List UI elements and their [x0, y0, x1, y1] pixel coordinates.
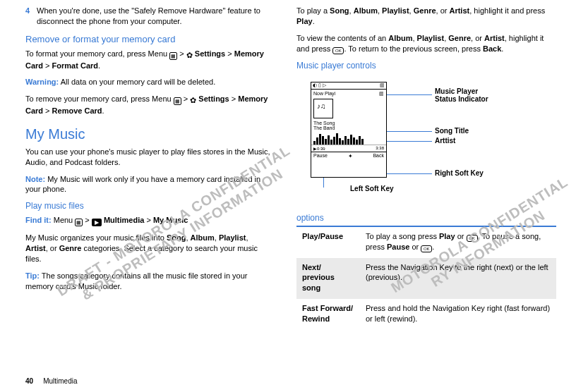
step-number: 4 — [25, 6, 37, 27]
status-bar: ◐▯▷▥ — [311, 82, 386, 90]
callout-line — [387, 131, 432, 132]
callout-line — [387, 141, 432, 142]
callout-artist: Arttist — [435, 137, 455, 145]
table-row: Next/previous song Press the Navigation … — [296, 258, 556, 300]
option-key: Fast Forward/Rewind — [296, 299, 360, 330]
play-instructions: To play a Song, Album, Playlist, Genre, … — [296, 6, 556, 27]
heading-play-music-files: Play music files — [25, 201, 271, 211]
section-name: Multimedia — [43, 377, 77, 385]
ok-icon: OK — [332, 47, 344, 54]
page-footer: 40Multimedia — [25, 377, 77, 385]
song-title: The Song — [311, 120, 386, 125]
note-text: Note: My Music will work only if you hav… — [25, 174, 271, 195]
my-music-desc: You can use your phone's music player to… — [25, 147, 271, 168]
callout-status: Music PlayerStatus Indicator — [435, 87, 488, 103]
note-label: Note: — [25, 175, 45, 183]
callout-right-softkey: Right Soft Key — [435, 169, 484, 177]
tip-label: Tip: — [25, 271, 40, 280]
ok-icon: OK — [421, 245, 432, 252]
tip-text: Tip: The songs category contains all the… — [25, 271, 271, 292]
warning-text: Warning: All data on your memory card wi… — [25, 77, 271, 87]
softkey-row: Pause✦Back — [311, 152, 386, 161]
callout-line — [323, 178, 324, 188]
callout-left-softkey: Left Soft Key — [350, 185, 394, 192]
find-it-path: Find it: Menu ▦ > ▶ Multimedia > My Musi… — [25, 215, 271, 226]
left-column: 4 When you're done, use the "Safely Remo… — [25, 6, 271, 330]
table-row: Play/Pause To play a song press Play or … — [296, 227, 556, 258]
table-row: Fast Forward/Rewind Press and hold the N… — [296, 299, 556, 330]
format-card-path: To format your memory card, press Menu ▦… — [25, 49, 271, 71]
callout-line — [387, 94, 432, 95]
view-instructions: To view the contents of an Album, Playli… — [296, 33, 556, 54]
step-text: When you're done, use the "Safely Remove… — [37, 6, 271, 27]
option-key: Next/previous song — [296, 258, 360, 300]
remove-card-path: To remove your memory card, press Menu ▦… — [25, 94, 271, 116]
find-it-label: Find it: — [25, 216, 52, 224]
gear-icon: ✿ — [190, 95, 196, 106]
phone-screen: ◐▯▷▥ Now Playi▥ The Song The Band ▶0:393… — [311, 82, 387, 178]
menu-icon: ▦ — [169, 52, 177, 60]
artist-name: The Band — [311, 125, 386, 132]
option-key: Play/Pause — [296, 227, 360, 258]
equalizer-bars — [313, 133, 384, 145]
now-playing-row: Now Playi▥ — [311, 90, 386, 97]
step-4: 4 When you're done, use the "Safely Remo… — [25, 6, 271, 27]
callout-song-title: Song Title — [435, 127, 469, 135]
arrow-icon: ▶ — [92, 219, 102, 226]
options-heading: options — [296, 210, 556, 227]
menu-icon: ▦ — [174, 97, 181, 105]
option-value: Press and hold the Navigation Key right … — [360, 299, 556, 330]
gear-icon: ✿ — [186, 50, 193, 61]
page-number: 40 — [25, 377, 33, 385]
callout-line — [387, 173, 432, 174]
heading-music-player-controls: Music player controls — [296, 61, 556, 71]
option-value: To play a song press Play or OK. To paus… — [360, 227, 556, 258]
categories-text: My Music organizes your music files into… — [25, 233, 271, 264]
warning-label: Warning: — [25, 78, 59, 86]
menu-icon: ▦ — [75, 219, 83, 226]
right-column: To play a Song, Album, Playlist, Genre, … — [296, 6, 556, 330]
album-art-icon — [313, 99, 333, 118]
time-row: ▶0:393:38 — [311, 145, 386, 152]
music-player-diagram: ◐▯▷▥ Now Playi▥ The Song The Band ▶0:393… — [311, 75, 556, 202]
ok-icon: OK — [467, 235, 478, 242]
options-table: Play/Pause To play a song press Play or … — [296, 227, 556, 330]
option-value: Press the Navigation Key to the right (n… — [360, 258, 556, 300]
heading-remove-format: Remove or format your memory card — [25, 34, 271, 44]
heading-my-music: My Music — [25, 126, 271, 142]
